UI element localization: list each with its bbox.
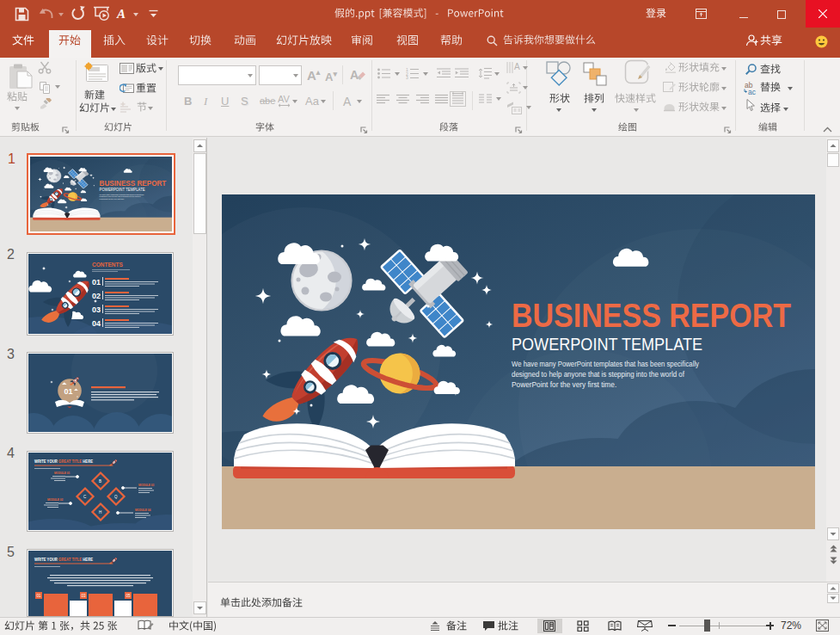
svg-text:B: B	[99, 479, 101, 484]
svg-text:WRITE YOUR GREAT TITLE HERE: WRITE YOUR GREAT TITLE HERE	[34, 459, 93, 464]
svg-text:01: 01	[92, 278, 101, 287]
svg-text:MODULE 04: MODULE 04	[135, 509, 150, 512]
svg-text:MODULE 01: MODULE 01	[54, 472, 70, 475]
svg-text:01: 01	[37, 594, 42, 598]
svg-text:H: H	[99, 510, 101, 515]
svg-text:Q: Q	[114, 495, 118, 499]
svg-text:AV: AV	[278, 95, 291, 104]
svg-text:02: 02	[92, 292, 101, 300]
svg-text:MODULE 03: MODULE 03	[138, 484, 154, 487]
svg-text:03: 03	[82, 594, 87, 598]
svg-text:3: 3	[406, 75, 408, 79]
svg-text:01: 01	[64, 387, 73, 396]
svg-text:A: A	[116, 7, 126, 20]
svg-text:03: 03	[92, 305, 101, 314]
svg-text:MODULE 02: MODULE 02	[47, 498, 63, 502]
svg-text:A: A	[514, 62, 520, 71]
svg-text:WRITE YOUR GREAT TITLE HERE: WRITE YOUR GREAT TITLE HERE	[34, 557, 93, 562]
svg-text:05: 05	[126, 594, 132, 598]
svg-text:ac: ac	[748, 88, 757, 96]
svg-text:A: A	[350, 68, 359, 82]
svg-text:04: 04	[92, 319, 101, 328]
svg-text:CONTENTS: CONTENTS	[92, 262, 123, 268]
